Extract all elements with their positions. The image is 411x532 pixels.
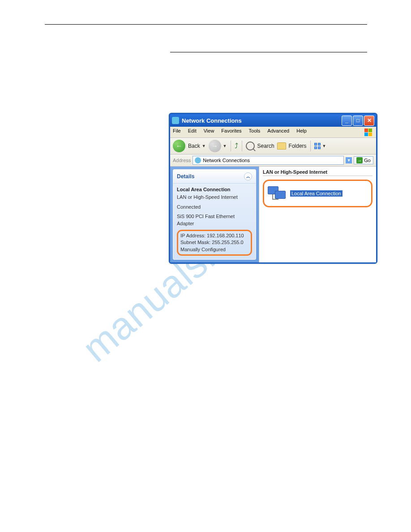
back-dropdown-icon[interactable]: ▼	[202, 144, 206, 148]
menu-file[interactable]: File	[173, 128, 181, 136]
connection-status: Connected	[177, 204, 252, 210]
details-panel: Details ︽ Local Area Connection LAN or H…	[173, 169, 256, 260]
addressbar: Address Network Connections ▼ → Go	[170, 154, 376, 167]
search-label[interactable]: Search	[257, 143, 274, 149]
connection-type: LAN or High-Speed Internet	[177, 194, 252, 201]
folders-icon[interactable]	[277, 142, 286, 150]
titlebar[interactable]: Network Connections _ □ ✕	[170, 114, 376, 127]
menu-edit[interactable]: Edit	[188, 128, 197, 136]
maximize-button[interactable]: □	[353, 116, 363, 126]
network-connections-window: Network Connections _ □ ✕ File Edit View…	[169, 113, 377, 264]
search-icon[interactable]	[246, 142, 255, 150]
details-title: Details	[177, 173, 194, 180]
address-dropdown-icon[interactable]: ▼	[346, 157, 352, 163]
collapse-icon[interactable]: ︽	[244, 172, 252, 180]
tasks-pane: Details ︽ Local Area Connection LAN or H…	[170, 167, 259, 262]
back-label[interactable]: Back	[188, 143, 200, 149]
toolbar: ← Back ▼ → ▼ ⤴ Search Folders ▼	[170, 138, 376, 154]
config-mode-line: Manually Configured	[180, 246, 248, 253]
divider-top	[45, 24, 367, 25]
toolbar-separator	[242, 141, 242, 151]
address-icon	[195, 157, 201, 163]
menu-view[interactable]: View	[204, 128, 214, 136]
content-area: Details ︽ Local Area Connection LAN or H…	[170, 167, 376, 262]
ip-address-line: IP Address: 192.168.200.110	[180, 232, 248, 239]
up-folder-icon[interactable]: ⤴	[235, 142, 238, 150]
details-body: Local Area Connection LAN or High-Speed …	[173, 184, 256, 259]
menu-tools[interactable]: Tools	[249, 128, 261, 136]
connections-pane: LAN or High-Speed Internet Local Area Co…	[259, 167, 376, 262]
menu-help[interactable]: Help	[296, 128, 307, 136]
adapter-name: SiS 900 PCI Fast Ethernet Adapter	[177, 213, 252, 227]
go-button[interactable]: → Go	[354, 156, 373, 164]
forward-button[interactable]: →	[209, 140, 221, 152]
window-title: Network Connections	[182, 117, 342, 124]
menu-favorites[interactable]: Favorites	[221, 128, 241, 136]
address-label: Address	[173, 158, 191, 163]
ip-info-highlight: IP Address: 192.168.200.110 Subnet Mask:…	[177, 230, 252, 256]
connection-item-label[interactable]: Local Area Connection	[290, 190, 342, 197]
go-arrow-icon: →	[356, 157, 363, 163]
divider-sub	[170, 52, 367, 52]
connection-item-highlight: Local Area Connection	[263, 180, 372, 207]
folders-label[interactable]: Folders	[289, 143, 307, 149]
forward-dropdown-icon[interactable]: ▼	[223, 144, 227, 148]
views-icon[interactable]	[314, 143, 321, 149]
back-button[interactable]: ←	[173, 140, 185, 152]
windows-logo-icon	[364, 128, 373, 136]
details-header[interactable]: Details ︽	[173, 170, 256, 184]
app-icon	[172, 117, 179, 124]
views-dropdown-icon[interactable]: ▼	[322, 144, 326, 148]
close-button[interactable]: ✕	[364, 116, 374, 126]
connection-name: Local Area Connection	[177, 186, 252, 193]
go-label: Go	[364, 158, 371, 163]
menu-advanced[interactable]: Advanced	[267, 128, 289, 136]
subnet-mask-line: Subnet Mask: 255.255.255.0	[180, 239, 248, 246]
address-field[interactable]: Network Connections	[193, 156, 344, 165]
section-header: LAN or High-Speed Internet	[263, 168, 372, 176]
minimize-button[interactable]: _	[342, 116, 352, 126]
address-value: Network Connections	[203, 158, 250, 163]
toolbar-separator	[231, 141, 231, 151]
connection-icon[interactable]	[268, 186, 286, 201]
menubar: File Edit View Favorites Tools Advanced …	[170, 127, 376, 138]
toolbar-separator	[310, 141, 311, 151]
